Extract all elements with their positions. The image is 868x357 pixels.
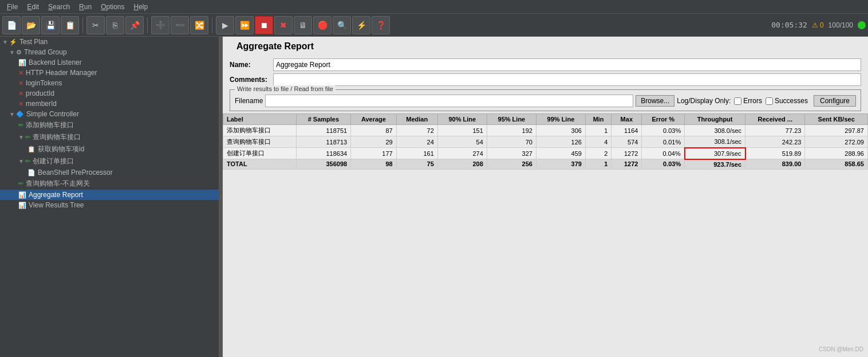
tree-item-member-id[interactable]: ✕ memberId [0,99,219,109]
toggle-button[interactable]: 🔀 [190,16,208,34]
run-part-button[interactable]: ⏩ [235,16,254,34]
successes-checkbox-label[interactable]: Successes [766,97,808,105]
errors-checkbox-label[interactable]: Errors [734,97,762,105]
tree-item-query-cart[interactable]: ▼ ✏ 查询购物车接口 [0,131,219,143]
query-no-gateway-icon: ✏ [18,180,23,187]
save-as-button[interactable]: 📋 [61,16,79,34]
menu-file[interactable]: File [2,2,22,12]
get-cart-items-icon: 📋 [27,146,35,153]
menu-help[interactable]: Help [129,2,153,12]
tree-item-view-results-tree[interactable]: 📊 View Results Tree [0,200,219,210]
tree-item-aggregate-report[interactable]: 📊 Aggregate Report [0,190,219,200]
menu-search[interactable]: Search [44,2,74,12]
table-cell: 1 [585,159,611,170]
tree-item-create-order[interactable]: ▼ ✏ 创建订单接口 [0,155,219,167]
menu-edit[interactable]: Edit [22,2,44,12]
table-cell: 242.23 [745,136,805,148]
table-cell: 272.09 [805,136,868,148]
save-button[interactable]: 💾 [41,16,60,34]
tree-item-backend-listener[interactable]: 📊 Backend Listener [0,57,219,68]
templates-button[interactable]: ⚡ [352,16,370,34]
thread-ratio: 100/100 [828,21,853,29]
remote-start-button[interactable]: 🖥 [294,16,312,34]
tree-item-simple-controller[interactable]: ▼ 🔷 Simple Controller [0,109,219,119]
view-results-tree-label: View Results Tree [29,201,84,209]
menu-run[interactable]: Run [74,2,96,12]
table-cell: 306 [536,125,585,136]
remote-stop-button[interactable]: 🛑 [313,16,332,34]
toolbar: 📄 📂 💾 📋 ✂ ⎘ 📌 ➕ ➖ 🔀 ▶ ⏩ ⏹ ✖ 🖥 🛑 🔍 ⚡ ❓ 00… [0,14,868,37]
menu-options[interactable]: Options [96,2,129,12]
table-cell: 118634 [296,148,351,159]
name-input[interactable] [273,58,861,71]
table-row: 创建订单接口118634177161274327459212720.04%307… [223,148,868,159]
open-button[interactable]: 📂 [22,16,40,34]
errors-checkbox[interactable] [734,97,741,105]
filename-input[interactable] [265,95,633,107]
comments-row: Comments: [230,73,861,86]
expand-arrow-co: ▼ [18,158,24,164]
table-cell: 118751 [296,125,351,136]
file-group-legend: Write results to file / Read from file [235,85,336,92]
col-received: Received ... [745,114,805,125]
browse-button[interactable]: Browse... [636,95,674,107]
separator-1 [82,17,83,33]
tree-item-add-cart[interactable]: ✏ 添加购物车接口 [0,119,219,131]
member-id-icon: ✕ [18,100,23,108]
file-group: Write results to file / Read from file F… [230,89,861,111]
table-wrapper: Label # Samples Average Median 90% Line … [223,113,868,357]
comments-input[interactable] [273,73,861,86]
table-cell: 70 [487,136,536,148]
paste-button[interactable]: 📌 [125,16,144,34]
tree-item-get-cart-items[interactable]: 📋 获取购物车项id [0,143,219,155]
remote-shutdown-button[interactable]: 🔍 [333,16,351,34]
http-header-icon: ✕ [18,69,23,77]
tree-item-login-tokens[interactable]: ✕ loginTokens [0,78,219,88]
table-cell: 创建订单接口 [223,148,297,159]
tree-item-thread-group[interactable]: ▼ ⚙ Thread Group [0,47,219,57]
col-sent: Sent KB/sec [805,114,868,125]
tree-item-bean-shell[interactable]: 📄 BeanShell PreProcessor [0,167,219,178]
errors-label: Errors [743,97,762,105]
name-label: Name: [230,61,270,69]
aggregate-report-icon: 📊 [18,191,26,199]
add-cart-icon: ✏ [18,121,23,129]
table-cell: 858.65 [805,159,868,170]
run-button[interactable]: ▶ [216,16,234,34]
test-plan-label: Test Plan [19,38,48,46]
tree-item-test-plan[interactable]: ▼ ⚡ Test Plan [0,37,219,47]
new-button[interactable]: 📄 [2,16,21,34]
query-no-gateway-label: 查询购物车-不走网关 [26,179,90,189]
product-id-label: productId [26,89,54,97]
table-cell: 0.03% [642,159,685,170]
table-cell: 添加购物车接口 [223,125,297,136]
configure-button[interactable]: Configure [814,95,856,107]
table-cell: 72 [396,125,437,136]
cut-button[interactable]: ✂ [86,16,105,34]
table-cell: 2 [585,148,611,159]
table-cell: 574 [611,136,642,148]
table-cell: 0.04% [642,148,685,159]
tree-item-query-no-gateway[interactable]: ✏ 查询购物车-不走网关 [0,178,219,190]
tree-item-http-header[interactable]: ✕ HTTP Header Manager [0,68,219,78]
table-cell: 923.7/sec [685,159,745,170]
left-panel: ▼ ⚡ Test Plan ▼ ⚙ Thread Group 📊 Backend… [0,37,219,357]
shutdown-button[interactable]: ✖ [274,16,293,34]
remove-button[interactable]: ➖ [171,16,189,34]
successes-checkbox[interactable] [766,97,773,105]
table-cell: 查询购物车接口 [223,136,297,148]
copy-button[interactable]: ⎘ [106,16,124,34]
table-row: 查询购物车接口1187132924547012645740.01%308.1/s… [223,136,868,148]
login-tokens-icon: ✕ [18,80,23,87]
stop-button[interactable]: ⏹ [255,16,273,34]
member-id-label: memberId [26,100,57,108]
help-button[interactable]: ❓ [372,16,390,34]
col-max: Max [611,114,642,125]
col-samples: # Samples [296,114,351,125]
toolbar-status: 00:05:32 ⚠ 0 100/100 [771,21,866,29]
col-99line: 99% Line [536,114,585,125]
tree-item-product-id[interactable]: ✕ productId [0,88,219,99]
table-cell: 519.89 [745,148,805,159]
panel-header: Aggregate Report [230,37,861,58]
add-button[interactable]: ➕ [151,16,169,34]
